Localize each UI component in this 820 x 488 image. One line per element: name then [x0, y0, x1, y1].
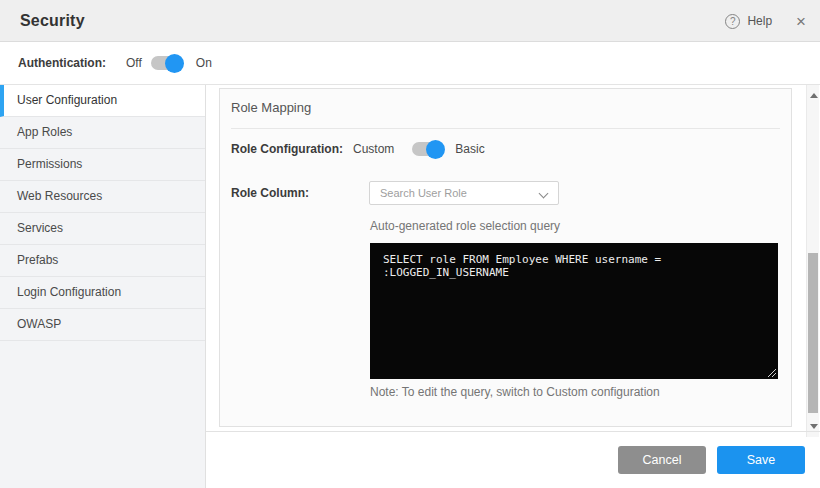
- help-label: Help: [747, 14, 772, 28]
- panel-title-divider: [231, 128, 780, 129]
- role-column-label: Role Column:: [231, 186, 353, 200]
- sidebar-item-login-configuration[interactable]: Login Configuration: [0, 277, 205, 309]
- query-section-label: Auto-generated role selection query: [370, 219, 560, 233]
- chevron-down-icon: [539, 189, 549, 199]
- authentication-off-label: Off: [126, 56, 142, 70]
- sidebar-item-user-configuration[interactable]: User Configuration: [0, 85, 205, 117]
- dialog-header: Security ? Help ×: [0, 0, 820, 42]
- custom-option-label: Custom: [353, 142, 394, 156]
- sidebar-item-owasp[interactable]: OWASP: [0, 309, 205, 341]
- authentication-toggle[interactable]: [151, 56, 183, 70]
- sidebar-item-services[interactable]: Services: [0, 213, 205, 245]
- help-button[interactable]: ? Help: [725, 14, 772, 29]
- security-dialog: Security ? Help × Authentication: Off On…: [0, 0, 820, 488]
- role-configuration-toggle-knob: [426, 140, 445, 159]
- vertical-scrollbar[interactable]: [806, 85, 819, 437]
- close-icon[interactable]: ×: [796, 13, 806, 30]
- settings-sidebar: User Configuration App Roles Permissions…: [0, 85, 206, 488]
- query-textarea[interactable]: SELECT role FROM Employee WHERE username…: [370, 243, 778, 379]
- authentication-on-label: On: [196, 56, 212, 70]
- page-title: Security: [20, 0, 85, 42]
- query-text: SELECT role FROM Employee WHERE username…: [383, 253, 769, 279]
- help-icon: ?: [725, 14, 740, 29]
- role-column-row: Role Column: Search User Role: [231, 181, 559, 205]
- role-configuration-toggle[interactable]: [412, 142, 444, 156]
- scrollbar-thumb[interactable]: [808, 253, 818, 413]
- header-actions: ? Help ×: [725, 0, 806, 42]
- role-configuration-label: Role Configuration:: [231, 142, 353, 156]
- sidebar-item-web-resources[interactable]: Web Resources: [0, 181, 205, 213]
- save-button[interactable]: Save: [717, 446, 805, 474]
- authentication-label: Authentication:: [18, 56, 106, 70]
- query-note: Note: To edit the query, switch to Custo…: [370, 385, 660, 399]
- basic-option-label: Basic: [455, 142, 484, 156]
- authentication-row: Authentication: Off On: [0, 42, 820, 85]
- authentication-toggle-knob: [165, 54, 184, 73]
- cancel-button[interactable]: Cancel: [618, 446, 706, 474]
- sidebar-item-app-roles[interactable]: App Roles: [0, 117, 205, 149]
- role-column-select-placeholder: Search User Role: [380, 182, 467, 204]
- sidebar-item-permissions[interactable]: Permissions: [0, 149, 205, 181]
- scroll-down-arrow-icon[interactable]: [810, 424, 818, 429]
- sidebar-item-prefabs[interactable]: Prefabs: [0, 245, 205, 277]
- role-configuration-row: Role Configuration: Custom Basic: [231, 139, 485, 159]
- panel-title: Role Mapping: [231, 100, 311, 115]
- footer-divider: [206, 431, 820, 432]
- role-column-select[interactable]: Search User Role: [369, 181, 559, 205]
- scroll-up-arrow-icon[interactable]: [810, 93, 818, 98]
- resize-handle-icon[interactable]: [766, 367, 776, 377]
- role-mapping-panel: Role Mapping Role Configuration: Custom …: [219, 88, 792, 427]
